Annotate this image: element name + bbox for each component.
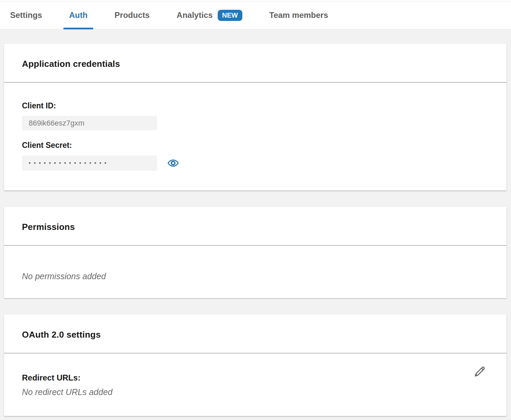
oauth-settings-title: OAuth 2.0 settings [22,330,489,340]
client-id-value[interactable]: 869ik66esz7gxm [22,116,157,130]
edit-redirect-urls-button[interactable] [473,364,487,378]
pencil-edit-icon [473,364,487,378]
tab-bar: Settings Auth Products Analytics NEW Tea… [0,1,511,29]
redirect-urls-label: Redirect URLs: [22,373,489,383]
application-credentials-header: Application credentials [4,44,507,83]
tab-auth[interactable]: Auth [69,1,88,29]
client-secret-value[interactable]: •••••••••••••••• [22,155,157,171]
permissions-header: Permissions [4,207,507,246]
auth-tab-content: Application credentials Client ID: 869ik… [0,29,511,420]
client-id-label: Client ID: [22,101,489,110]
tab-products[interactable]: Products [114,1,150,29]
tab-analytics-label: Analytics [177,10,213,20]
permissions-card: Permissions No permissions added [4,207,507,298]
no-redirect-urls-text: No redirect URLs added [22,387,489,397]
oauth-settings-header: OAuth 2.0 settings [4,315,507,353]
tab-settings[interactable]: Settings [10,1,42,29]
application-credentials-card: Application credentials Client ID: 869ik… [4,44,507,190]
client-secret-label: Client Secret: [22,141,489,150]
tab-analytics[interactable]: Analytics NEW [177,1,242,29]
oauth-settings-card: OAuth 2.0 settings Redirect URLs: No red… [4,315,507,416]
tab-team-members[interactable]: Team members [269,1,328,29]
spacer [22,130,489,141]
new-badge: NEW [218,10,242,21]
no-permissions-text: No permissions added [22,271,489,281]
application-credentials-title: Application credentials [22,59,489,69]
eye-icon [167,157,179,169]
permissions-title: Permissions [22,222,489,232]
reveal-secret-button[interactable] [167,157,179,169]
